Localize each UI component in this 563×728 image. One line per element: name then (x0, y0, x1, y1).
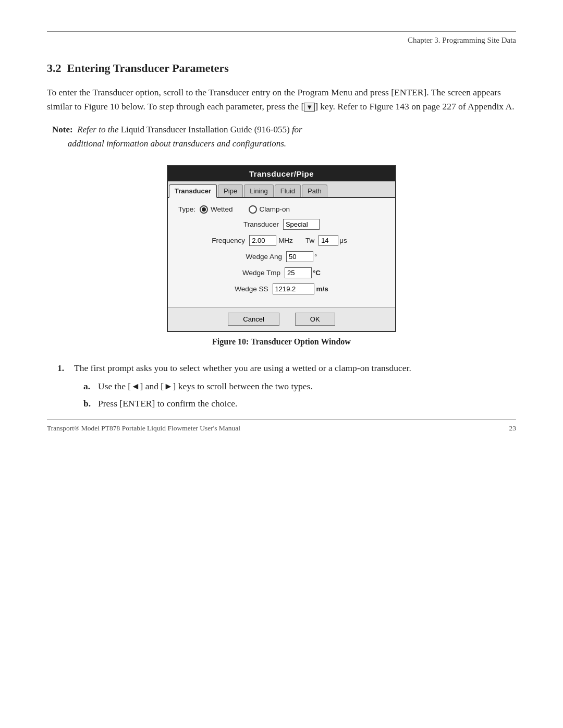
frequency-input[interactable] (249, 235, 276, 246)
radio-wetted[interactable]: Wetted (200, 205, 233, 214)
wedge-tmp-label: Wedge Tmp (242, 269, 280, 277)
list-item-1-text: The first prompt asks you to select whet… (74, 363, 411, 373)
tw-input[interactable] (319, 235, 338, 246)
header-rule (47, 31, 516, 32)
chapter-header: Chapter 3. Programming Site Data (47, 36, 516, 45)
dialog-footer: Cancel OK (168, 307, 395, 331)
tab-row: Transducer Pipe Lining Fluid Path (168, 181, 395, 198)
numbered-list: 1. The first prompt asks you to select w… (57, 361, 516, 414)
sub-item-b-text: Press [ENTER] to confirm the choice. (98, 397, 237, 411)
sub-label-a: a. (83, 379, 94, 393)
frequency-label: Frequency (212, 237, 245, 244)
wedge-tmp-row: Wedge Tmp °C (178, 267, 385, 278)
tab-fluid[interactable]: Fluid (275, 184, 301, 197)
body-paragraph: To enter the Transducer option, scroll t… (47, 85, 516, 114)
tw-label: Tw (305, 237, 314, 244)
wedge-ang-row: Wedge Ang ° (178, 251, 385, 262)
sub-item-a: a. Use the [◄] and [►] keys to scroll be… (83, 379, 411, 393)
list-item-1: 1. The first prompt asks you to select w… (57, 361, 516, 414)
tw-unit: μs (339, 237, 347, 244)
sub-item-a-text: Use the [◄] and [►] keys to scroll betwe… (98, 379, 313, 393)
wedge-ss-input[interactable] (273, 283, 314, 294)
radio-clampon[interactable]: Clamp-on (249, 205, 290, 214)
sub-list: a. Use the [◄] and [►] keys to scroll be… (83, 379, 411, 411)
tab-transducer[interactable]: Transducer (169, 184, 217, 198)
dialog-content: Type: Wetted Clamp-on Transduc (168, 198, 395, 307)
type-label: Type: (178, 205, 195, 213)
page-footer: Transport® Model PT878 Portable Liquid F… (47, 419, 516, 433)
list-num-1: 1. (57, 361, 69, 414)
sub-item-b: b. Press [ENTER] to confirm the choice. (83, 397, 411, 411)
transducer-input[interactable] (283, 219, 320, 230)
figure-container: Transducer/Pipe Transducer Pipe Lining F… (47, 165, 516, 347)
ok-button[interactable]: OK (295, 313, 335, 326)
wedge-ang-unit: ° (314, 253, 317, 261)
note-prefix: Refer to the (77, 125, 121, 134)
wedge-ss-label: Wedge SS (235, 285, 268, 293)
tab-pipe[interactable]: Pipe (218, 184, 243, 197)
wedge-ss-unit: m/s (316, 285, 328, 293)
type-row: Type: Wetted Clamp-on (178, 205, 385, 214)
section-heading: 3.2 Entering Transducer Parameters (47, 61, 516, 75)
radio-wetted-label: Wetted (211, 205, 233, 213)
dialog-window: Transducer/Pipe Transducer Pipe Lining F… (167, 165, 396, 332)
transducer-label: Transducer (243, 220, 279, 228)
note-title: Liquid Transducer Installation Guide (91… (121, 125, 292, 134)
wedge-tmp-input[interactable] (285, 267, 312, 278)
footer-page: 23 (509, 424, 517, 433)
frequency-row: Frequency MHz Tw μs (178, 235, 385, 246)
list-item-1-content: The first prompt asks you to select whet… (74, 361, 411, 414)
wedge-tmp-unit: °C (313, 269, 321, 277)
cancel-button[interactable]: Cancel (228, 313, 279, 326)
frequency-unit: MHz (278, 237, 293, 244)
radio-clampon-label: Clamp-on (260, 205, 290, 213)
note-label: Note: (52, 125, 75, 134)
transducer-row: Transducer (178, 219, 385, 230)
note-block: Note: Refer to the Liquid Transducer Ins… (52, 123, 516, 151)
radio-clampon-circle (249, 205, 257, 214)
tab-lining[interactable]: Lining (244, 184, 274, 197)
wedge-ang-input[interactable] (286, 251, 313, 262)
dialog-title-bar: Transducer/Pipe (168, 166, 395, 181)
footer-left: Transport® Model PT878 Portable Liquid F… (47, 424, 240, 433)
wedge-ang-label: Wedge Ang (246, 253, 283, 261)
figure-caption: Figure 10: Transducer Option Window (212, 337, 351, 347)
radio-group: Wetted Clamp-on (200, 205, 290, 214)
sub-label-b: b. (83, 397, 94, 411)
radio-wetted-circle (200, 205, 208, 214)
wedge-ss-row: Wedge SS m/s (178, 283, 385, 294)
tab-path[interactable]: Path (302, 184, 327, 197)
